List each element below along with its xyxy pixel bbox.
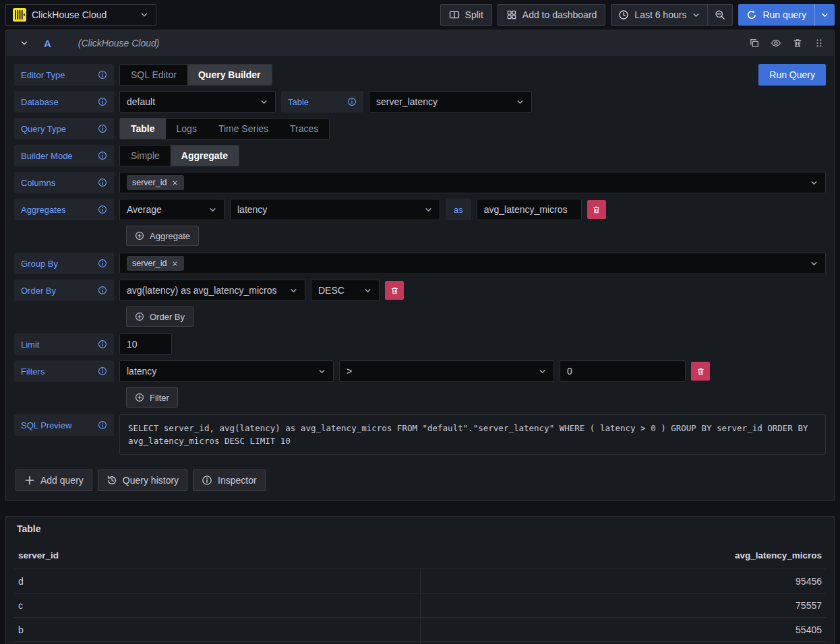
limit-input[interactable]: 10 [119, 333, 172, 355]
history-icon [107, 475, 117, 486]
results-table: server_id avg_latency_micros d 95456 c 7… [14, 545, 826, 644]
datasource-picker[interactable]: ClickHouse Cloud [5, 4, 156, 26]
builder-mode-label-box: Builder Mode [14, 145, 114, 166]
inspector-button[interactable]: Inspector [193, 470, 266, 491]
info-icon[interactable] [98, 97, 107, 106]
aggregate-function-select[interactable]: Average [119, 199, 224, 220]
split-button[interactable]: Split [440, 4, 492, 26]
collapse-query-button[interactable] [13, 38, 36, 48]
query-editor-card: A (ClickHouse Cloud) Editor Type SQL Edi… [5, 30, 835, 501]
info-icon[interactable] [98, 366, 107, 376]
plus-circle-icon [135, 312, 144, 321]
add-aggregate-button[interactable]: Aggregate [126, 226, 199, 246]
drag-query-handle[interactable] [814, 38, 824, 49]
order-by-field-select[interactable]: avg(latency) as avg_latency_micros [119, 280, 305, 301]
query-editor-body: Editor Type SQL Editor Query Builder Run… [6, 56, 834, 501]
query-type-option-table[interactable]: Table [120, 119, 166, 139]
group-by-label: Group By [21, 259, 58, 269]
database-table-row: Database default Table server_latency [14, 91, 826, 112]
query-history-label: Query history [123, 475, 179, 486]
info-circle-icon [202, 475, 212, 486]
group-by-chip-label: server_id [132, 259, 167, 268]
order-by-direction-select[interactable]: DESC [311, 280, 380, 301]
builder-mode-option-aggregate[interactable]: Aggregate [171, 146, 239, 166]
group-by-multiselect[interactable]: server_id [119, 253, 826, 274]
info-icon[interactable] [98, 70, 107, 79]
aggregate-alias-input[interactable]: avg_latency_micros [477, 199, 582, 220]
split-label: Split [465, 9, 483, 20]
info-icon[interactable] [98, 259, 107, 268]
zoom-out-icon [715, 9, 725, 20]
remove-filter-button[interactable] [691, 362, 710, 381]
filter-operator-select[interactable]: > [339, 360, 554, 382]
cell-avg-latency: 55405 [420, 618, 826, 642]
time-range-picker[interactable]: Last 6 hours [611, 5, 707, 25]
remove-aggregate-button[interactable] [587, 200, 606, 219]
add-order-by-button[interactable]: Order By [126, 307, 193, 327]
table-select[interactable]: server_latency [369, 91, 532, 112]
columns-multiselect[interactable]: server_id [119, 172, 826, 193]
add-query-button[interactable]: Add query [16, 470, 92, 491]
limit-row: Limit 10 [14, 333, 826, 355]
info-icon[interactable] [98, 178, 107, 187]
editor-type-toggle: SQL Editor Query Builder [119, 64, 272, 86]
columns-label-box: Columns [14, 172, 114, 193]
remove-chip-icon[interactable] [171, 179, 179, 187]
database-label-box: Database [14, 91, 114, 112]
column-header-server-id[interactable]: server_id [14, 545, 420, 569]
top-toolbar: ClickHouse Cloud Split Add to dashboard … [0, 0, 840, 30]
cell-server-id: b [14, 618, 420, 642]
remove-order-by-button[interactable] [385, 281, 404, 300]
info-icon[interactable] [98, 420, 107, 430]
run-query-options-button[interactable] [814, 4, 835, 26]
query-ref-id: A [44, 38, 51, 49]
eye-icon [771, 38, 781, 49]
filter-value-input[interactable]: 0 [560, 360, 686, 382]
add-filter-button[interactable]: Filter [126, 387, 178, 408]
run-query-button[interactable]: Run query [738, 4, 814, 26]
chevron-down-icon [140, 10, 149, 20]
editor-type-label-box: Editor Type [14, 64, 114, 86]
info-icon[interactable] [98, 286, 107, 295]
database-select[interactable]: default [119, 91, 276, 112]
trash-icon [696, 367, 705, 376]
query-type-row: Query Type Table Logs Time Series Traces [14, 118, 826, 139]
editor-type-option-sql-editor[interactable]: SQL Editor [120, 65, 187, 85]
duplicate-query-button[interactable] [749, 38, 760, 49]
toggle-visibility-button[interactable] [771, 38, 781, 49]
query-type-label: Query Type [21, 124, 66, 134]
builder-mode-option-simple[interactable]: Simple [120, 146, 171, 166]
limit-label: Limit [21, 340, 39, 350]
info-icon[interactable] [98, 151, 107, 160]
filter-field-select[interactable]: latency [119, 360, 334, 382]
group-by-chip: server_id [127, 256, 184, 271]
query-type-option-traces[interactable]: Traces [279, 119, 329, 139]
add-aggregate-row: Aggregate [126, 226, 826, 246]
aggregate-alias-value: avg_latency_micros [484, 204, 568, 215]
column-header-avg-latency[interactable]: avg_latency_micros [420, 545, 826, 569]
run-query-editor-button[interactable]: Run Query [758, 64, 826, 86]
time-range-zoom-out-button[interactable] [707, 5, 732, 25]
chevron-down-icon [810, 179, 818, 187]
info-icon[interactable] [347, 97, 357, 106]
remove-query-button[interactable] [792, 38, 803, 49]
aggregate-column-select[interactable]: latency [230, 199, 440, 220]
info-icon[interactable] [98, 205, 107, 214]
query-history-button[interactable]: Query history [98, 470, 187, 491]
add-aggregate-label: Aggregate [150, 231, 190, 241]
sql-preview-text: SELECT server_id, avg(latency) as avg_la… [119, 414, 826, 455]
editor-type-option-query-builder[interactable]: Query Builder [187, 65, 272, 85]
add-filter-row: Filter [126, 387, 826, 408]
remove-chip-icon[interactable] [171, 260, 179, 267]
query-type-option-time-series[interactable]: Time Series [208, 119, 279, 139]
info-icon[interactable] [98, 340, 107, 349]
order-by-label-box: Order By [14, 280, 114, 301]
query-datasource-hint: (ClickHouse Cloud) [78, 38, 160, 49]
limit-label-box: Limit [14, 333, 114, 355]
table-header-row: server_id avg_latency_micros [14, 545, 826, 569]
info-icon[interactable] [98, 124, 107, 133]
order-by-label: Order By [21, 286, 56, 296]
dashboard-grid-icon [506, 9, 517, 20]
add-to-dashboard-button[interactable]: Add to dashboard [498, 4, 606, 26]
query-type-option-logs[interactable]: Logs [166, 119, 208, 139]
